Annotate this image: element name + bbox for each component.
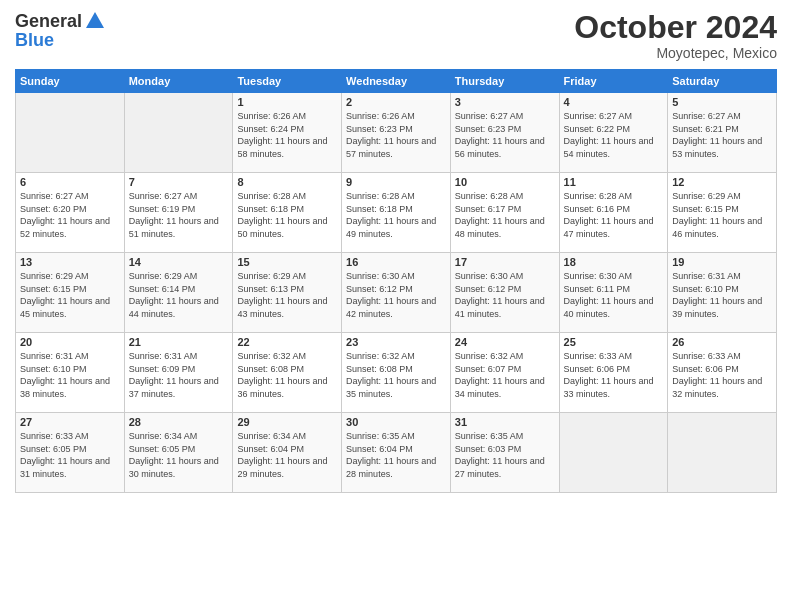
table-row: 11Sunrise: 6:28 AMSunset: 6:16 PMDayligh…	[559, 173, 668, 253]
table-row: 24Sunrise: 6:32 AMSunset: 6:07 PMDayligh…	[450, 333, 559, 413]
day-info: Sunrise: 6:31 AMSunset: 6:09 PMDaylight:…	[129, 350, 229, 400]
col-wednesday: Wednesday	[342, 70, 451, 93]
table-row: 5Sunrise: 6:27 AMSunset: 6:21 PMDaylight…	[668, 93, 777, 173]
day-number: 8	[237, 176, 337, 188]
day-info: Sunrise: 6:32 AMSunset: 6:08 PMDaylight:…	[237, 350, 337, 400]
calendar-header-row: Sunday Monday Tuesday Wednesday Thursday…	[16, 70, 777, 93]
day-number: 3	[455, 96, 555, 108]
table-row: 16Sunrise: 6:30 AMSunset: 6:12 PMDayligh…	[342, 253, 451, 333]
day-number: 4	[564, 96, 664, 108]
logo-blue-text: Blue	[15, 30, 106, 51]
day-number: 30	[346, 416, 446, 428]
title-block: October 2024 Moyotepec, Mexico	[574, 10, 777, 61]
day-number: 2	[346, 96, 446, 108]
calendar-week-4: 20Sunrise: 6:31 AMSunset: 6:10 PMDayligh…	[16, 333, 777, 413]
day-info: Sunrise: 6:29 AMSunset: 6:14 PMDaylight:…	[129, 270, 229, 320]
table-row: 4Sunrise: 6:27 AMSunset: 6:22 PMDaylight…	[559, 93, 668, 173]
location: Moyotepec, Mexico	[574, 45, 777, 61]
table-row: 17Sunrise: 6:30 AMSunset: 6:12 PMDayligh…	[450, 253, 559, 333]
table-row: 6Sunrise: 6:27 AMSunset: 6:20 PMDaylight…	[16, 173, 125, 253]
day-number: 10	[455, 176, 555, 188]
table-row: 28Sunrise: 6:34 AMSunset: 6:05 PMDayligh…	[124, 413, 233, 493]
day-number: 5	[672, 96, 772, 108]
col-sunday: Sunday	[16, 70, 125, 93]
day-info: Sunrise: 6:27 AMSunset: 6:22 PMDaylight:…	[564, 110, 664, 160]
day-info: Sunrise: 6:28 AMSunset: 6:16 PMDaylight:…	[564, 190, 664, 240]
table-row: 21Sunrise: 6:31 AMSunset: 6:09 PMDayligh…	[124, 333, 233, 413]
table-row: 7Sunrise: 6:27 AMSunset: 6:19 PMDaylight…	[124, 173, 233, 253]
col-tuesday: Tuesday	[233, 70, 342, 93]
table-row: 25Sunrise: 6:33 AMSunset: 6:06 PMDayligh…	[559, 333, 668, 413]
day-info: Sunrise: 6:34 AMSunset: 6:05 PMDaylight:…	[129, 430, 229, 480]
day-info: Sunrise: 6:28 AMSunset: 6:18 PMDaylight:…	[346, 190, 446, 240]
day-info: Sunrise: 6:31 AMSunset: 6:10 PMDaylight:…	[672, 270, 772, 320]
page-container: General Blue October 2024 Moyotepec, Mex…	[0, 0, 792, 498]
day-info: Sunrise: 6:30 AMSunset: 6:11 PMDaylight:…	[564, 270, 664, 320]
day-number: 21	[129, 336, 229, 348]
day-info: Sunrise: 6:33 AMSunset: 6:06 PMDaylight:…	[672, 350, 772, 400]
day-info: Sunrise: 6:27 AMSunset: 6:19 PMDaylight:…	[129, 190, 229, 240]
table-row: 23Sunrise: 6:32 AMSunset: 6:08 PMDayligh…	[342, 333, 451, 413]
day-number: 15	[237, 256, 337, 268]
table-row: 1Sunrise: 6:26 AMSunset: 6:24 PMDaylight…	[233, 93, 342, 173]
day-number: 22	[237, 336, 337, 348]
page-header: General Blue October 2024 Moyotepec, Mex…	[15, 10, 777, 61]
table-row	[559, 413, 668, 493]
table-row: 15Sunrise: 6:29 AMSunset: 6:13 PMDayligh…	[233, 253, 342, 333]
calendar-week-1: 1Sunrise: 6:26 AMSunset: 6:24 PMDaylight…	[16, 93, 777, 173]
day-number: 17	[455, 256, 555, 268]
day-info: Sunrise: 6:32 AMSunset: 6:07 PMDaylight:…	[455, 350, 555, 400]
table-row: 9Sunrise: 6:28 AMSunset: 6:18 PMDaylight…	[342, 173, 451, 253]
svg-marker-0	[86, 12, 104, 28]
day-number: 26	[672, 336, 772, 348]
day-number: 12	[672, 176, 772, 188]
table-row: 22Sunrise: 6:32 AMSunset: 6:08 PMDayligh…	[233, 333, 342, 413]
day-number: 14	[129, 256, 229, 268]
day-number: 6	[20, 176, 120, 188]
col-thursday: Thursday	[450, 70, 559, 93]
day-info: Sunrise: 6:33 AMSunset: 6:05 PMDaylight:…	[20, 430, 120, 480]
day-info: Sunrise: 6:29 AMSunset: 6:15 PMDaylight:…	[20, 270, 120, 320]
day-info: Sunrise: 6:27 AMSunset: 6:21 PMDaylight:…	[672, 110, 772, 160]
day-info: Sunrise: 6:32 AMSunset: 6:08 PMDaylight:…	[346, 350, 446, 400]
table-row: 2Sunrise: 6:26 AMSunset: 6:23 PMDaylight…	[342, 93, 451, 173]
day-info: Sunrise: 6:35 AMSunset: 6:04 PMDaylight:…	[346, 430, 446, 480]
day-number: 1	[237, 96, 337, 108]
day-info: Sunrise: 6:30 AMSunset: 6:12 PMDaylight:…	[455, 270, 555, 320]
table-row: 18Sunrise: 6:30 AMSunset: 6:11 PMDayligh…	[559, 253, 668, 333]
table-row	[124, 93, 233, 173]
day-info: Sunrise: 6:34 AMSunset: 6:04 PMDaylight:…	[237, 430, 337, 480]
col-monday: Monday	[124, 70, 233, 93]
table-row	[668, 413, 777, 493]
day-info: Sunrise: 6:28 AMSunset: 6:18 PMDaylight:…	[237, 190, 337, 240]
table-row: 30Sunrise: 6:35 AMSunset: 6:04 PMDayligh…	[342, 413, 451, 493]
day-number: 9	[346, 176, 446, 188]
table-row: 3Sunrise: 6:27 AMSunset: 6:23 PMDaylight…	[450, 93, 559, 173]
logo-icon	[84, 10, 106, 32]
col-friday: Friday	[559, 70, 668, 93]
day-info: Sunrise: 6:30 AMSunset: 6:12 PMDaylight:…	[346, 270, 446, 320]
day-info: Sunrise: 6:26 AMSunset: 6:23 PMDaylight:…	[346, 110, 446, 160]
table-row: 13Sunrise: 6:29 AMSunset: 6:15 PMDayligh…	[16, 253, 125, 333]
day-number: 29	[237, 416, 337, 428]
day-number: 20	[20, 336, 120, 348]
day-info: Sunrise: 6:28 AMSunset: 6:17 PMDaylight:…	[455, 190, 555, 240]
col-saturday: Saturday	[668, 70, 777, 93]
table-row: 31Sunrise: 6:35 AMSunset: 6:03 PMDayligh…	[450, 413, 559, 493]
table-row: 19Sunrise: 6:31 AMSunset: 6:10 PMDayligh…	[668, 253, 777, 333]
day-number: 16	[346, 256, 446, 268]
table-row: 10Sunrise: 6:28 AMSunset: 6:17 PMDayligh…	[450, 173, 559, 253]
day-number: 25	[564, 336, 664, 348]
table-row: 14Sunrise: 6:29 AMSunset: 6:14 PMDayligh…	[124, 253, 233, 333]
logo-general-text: General	[15, 11, 82, 32]
day-number: 7	[129, 176, 229, 188]
day-number: 28	[129, 416, 229, 428]
day-number: 19	[672, 256, 772, 268]
logo: General Blue	[15, 10, 106, 51]
day-number: 24	[455, 336, 555, 348]
day-info: Sunrise: 6:29 AMSunset: 6:13 PMDaylight:…	[237, 270, 337, 320]
day-number: 23	[346, 336, 446, 348]
calendar-week-3: 13Sunrise: 6:29 AMSunset: 6:15 PMDayligh…	[16, 253, 777, 333]
table-row: 29Sunrise: 6:34 AMSunset: 6:04 PMDayligh…	[233, 413, 342, 493]
day-info: Sunrise: 6:35 AMSunset: 6:03 PMDaylight:…	[455, 430, 555, 480]
